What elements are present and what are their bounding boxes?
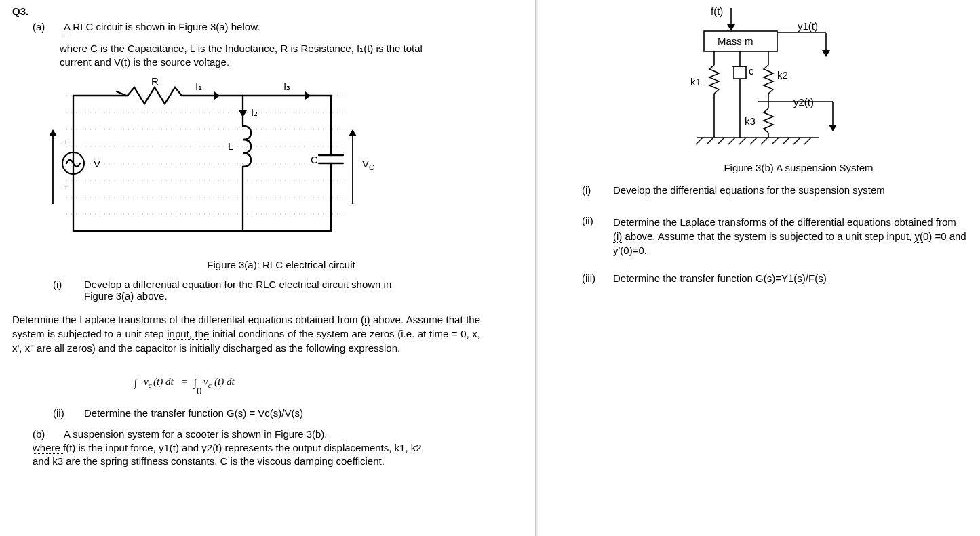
- svg-text:I₃: I₃: [283, 81, 290, 92]
- svg-text:(t): (t): [214, 376, 224, 388]
- left-ii-vc: Vc(s): [258, 407, 281, 419]
- svg-text:VC: VC: [362, 158, 374, 171]
- svg-line-67: [761, 138, 768, 144]
- svg-text:(t): (t): [153, 376, 163, 388]
- left-ii-label: (ii): [53, 407, 84, 419]
- part-b-text: A suspension system for a scooter is sho…: [64, 428, 523, 440]
- right-ii-pre: Determine the Laplace transforms of the …: [613, 216, 956, 228]
- figure-3a: R I₁ I₂ I₃ L C V VC + -: [39, 75, 523, 253]
- left-i-line2: Figure 3(a) above.: [84, 290, 168, 302]
- right-ii-y0: y(: [914, 230, 923, 243]
- lap-input: input, the: [167, 328, 209, 340]
- svg-text:=: =: [182, 376, 187, 387]
- left-ii-text: Determine the transfer function G(s) = V…: [84, 407, 523, 419]
- left-column: Q3. (a) A RLC circuit is shown in Figure…: [0, 0, 536, 536]
- right-column: f(t) Mass m y1(t) y2(t) k1 k2 k3 c Figur…: [536, 0, 980, 536]
- svg-text:0: 0: [197, 386, 202, 396]
- left-i-line1: Develop a differential equation for the …: [84, 279, 391, 290]
- part-a-row: (a) A RLC circuit is shown in Figure 3(a…: [12, 21, 523, 33]
- svg-text:k3: k3: [745, 115, 756, 127]
- svg-text:dt: dt: [227, 376, 235, 387]
- lap-i: (i): [361, 314, 370, 326]
- rlc-circuit-svg: R I₁ I₂ I₃ L C V VC + -: [39, 75, 392, 251]
- figure-3b: f(t) Mass m y1(t) y2(t) k1 k2 k3 c: [663, 5, 968, 157]
- svg-line-66: [750, 138, 757, 144]
- svg-text:f(t): f(t): [711, 5, 723, 17]
- b-where-underline: where: [33, 442, 63, 454]
- svg-text:I₁: I₁: [195, 81, 202, 92]
- svg-text:Mass m: Mass m: [718, 35, 753, 47]
- right-iii-label: (iii): [582, 272, 613, 284]
- right-i-row: (i) Develop the differential equations f…: [582, 184, 968, 196]
- svg-text:dt: dt: [165, 376, 174, 387]
- svg-text:y1(t): y1(t): [798, 20, 818, 32]
- svg-text:R: R: [151, 75, 159, 87]
- svg-line-71: [804, 138, 811, 144]
- right-iii-row: (iii) Determine the transfer function G(…: [582, 272, 968, 284]
- figure-3b-caption: Figure 3(b) A suspension System: [548, 162, 968, 173]
- part-a-text: A RLC circuit is shown in Figure 3(a) be…: [64, 21, 523, 33]
- left-ii-row: (ii) Determine the transfer function G(s…: [12, 407, 523, 419]
- figure-3a-caption: Figure 3(a): RLC electrical circuit: [12, 259, 523, 270]
- svg-text:c: c: [749, 65, 754, 77]
- svg-line-65: [739, 138, 746, 144]
- left-i-row: (i) Develop a differential equation for …: [12, 279, 523, 302]
- page-two-column: Q3. (a) A RLC circuit is shown in Figure…: [0, 0, 980, 536]
- right-i-text: Develop the differential equations for t…: [613, 184, 968, 196]
- laplace-paragraph: Determine the Laplace transforms of the …: [12, 312, 480, 355]
- left-i-label: (i): [53, 279, 84, 290]
- svg-rect-54: [734, 66, 746, 79]
- b-where-rest: f(t) is the input force, y1(t) and y2(t)…: [33, 442, 422, 467]
- where-paragraph: where C is the Capacitance, L is the Ind…: [12, 42, 439, 70]
- right-ii-text: Determine the Laplace transforms of the …: [613, 215, 968, 257]
- svg-text:vc: vc: [203, 376, 212, 389]
- part-a-label: (a): [33, 21, 64, 33]
- part-b-row: (b) A suspension system for a scooter is…: [12, 428, 523, 440]
- svg-text:V: V: [94, 158, 100, 169]
- svg-text:C: C: [311, 154, 318, 165]
- right-ii-row: (ii) Determine the Laplace transforms of…: [582, 215, 968, 257]
- part-b-label: (b): [33, 428, 64, 440]
- equation-integrals: ∫ vc (t) dt = ∫ 0 vc (t) dt: [134, 365, 523, 400]
- svg-text:y2(t): y2(t): [793, 96, 814, 108]
- svg-text:∫: ∫: [134, 377, 138, 389]
- svg-text:vc: vc: [144, 376, 152, 389]
- svg-text:k1: k1: [690, 76, 701, 87]
- left-i-text: Develop a differential equation for the …: [84, 279, 523, 302]
- svg-line-63: [718, 138, 724, 144]
- left-ii-post: /V(s): [281, 407, 303, 419]
- svg-line-61: [696, 138, 703, 144]
- right-i-label: (i): [582, 184, 613, 196]
- part-a-rest: RLC circuit is shown in Figure 3(a) belo…: [73, 21, 260, 33]
- part-b-where: where f(t) is the input force, y1(t) and…: [12, 441, 426, 469]
- lap-pre: Determine the Laplace transforms of the …: [12, 314, 361, 325]
- svg-text:k2: k2: [777, 69, 788, 81]
- svg-line-62: [707, 138, 713, 144]
- svg-text:+: +: [64, 138, 68, 146]
- right-iii-text: Determine the transfer function G(s)=Y1(…: [613, 272, 968, 284]
- svg-line-68: [772, 138, 779, 144]
- left-ii-pre: Determine the transfer function G(s) =: [84, 407, 258, 419]
- svg-text:-: -: [64, 180, 68, 191]
- svg-text:L: L: [228, 140, 233, 152]
- right-ii-label: (ii): [582, 215, 613, 226]
- right-ii-i: (i): [613, 230, 622, 243]
- suspension-svg: f(t) Mass m y1(t) y2(t) k1 k2 k3 c: [663, 5, 880, 154]
- svg-line-70: [793, 138, 800, 144]
- svg-text:I₂: I₂: [251, 106, 258, 118]
- right-ii-c1: above. Assume that the system is subject…: [622, 230, 914, 242]
- underlined-A: A: [64, 21, 70, 33]
- svg-line-64: [728, 138, 735, 144]
- where-text: where C is the Capacitance, L is the Ind…: [60, 43, 423, 68]
- svg-line-69: [783, 138, 789, 144]
- question-number: Q3.: [12, 5, 523, 17]
